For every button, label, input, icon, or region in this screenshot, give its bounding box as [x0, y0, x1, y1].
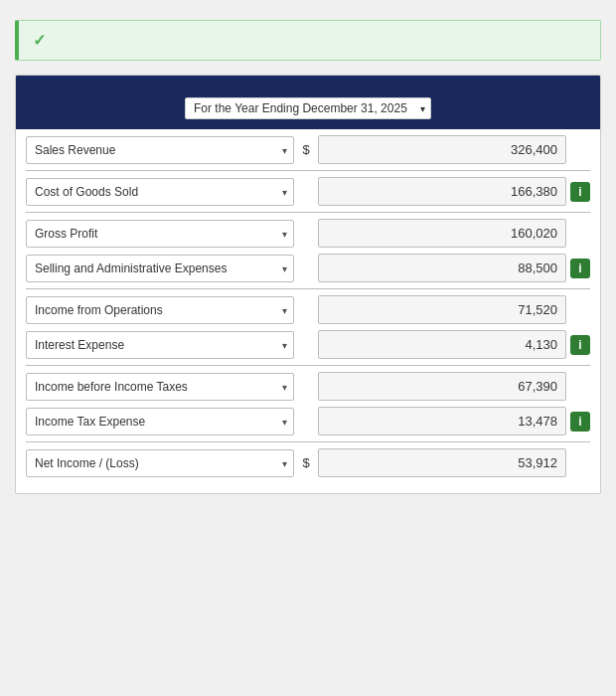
value-box-income-from-operations: 71,520 — [318, 295, 566, 324]
period-select[interactable]: For the Year Ending December 31, 2025 — [185, 97, 431, 119]
dollar-sign-net-income-loss: $ — [300, 455, 312, 470]
check-icon: ✓ — [33, 31, 46, 50]
value-box-income-before-income-taxes: 67,390 — [318, 372, 566, 401]
value-box-net-income-loss: 53,912 — [318, 448, 566, 477]
value-wrap-selling-admin-expenses: 88,500i — [318, 254, 590, 282]
label-select-income-before-income-taxes[interactable]: Income before Income Taxes — [26, 373, 294, 401]
income-row-income-before-income-taxes: Income before Income Taxes67,390 — [26, 372, 590, 401]
info-button-selling-admin-expenses[interactable]: i — [570, 259, 590, 278]
label-wrap-income-from-operations[interactable]: Income from Operations — [26, 296, 294, 324]
label-wrap-income-tax-expense[interactable]: Income Tax Expense — [26, 408, 294, 435]
label-wrap-cost-of-goods-sold[interactable]: Cost of Goods Sold — [26, 178, 294, 206]
divider-income-tax-expense — [26, 441, 590, 442]
value-box-sales-revenue: 326,400 — [318, 135, 566, 164]
income-row-interest-expense: Interest Expense4,130i — [26, 330, 590, 359]
period-row: For the Year Ending December 31, 2025 — [26, 97, 590, 119]
rows-area: Sales Revenue$326,400Cost of Goods Sold1… — [16, 129, 600, 493]
income-row-income-from-operations: Income from Operations71,520 — [26, 295, 590, 324]
divider-selling-admin-expenses — [26, 288, 590, 289]
statement-header: For the Year Ending December 31, 2025 — [16, 76, 600, 129]
value-box-gross-profit: 160,020 — [318, 219, 566, 248]
value-wrap-cost-of-goods-sold: 166,380i — [318, 177, 590, 206]
divider-cost-of-goods-sold — [26, 212, 590, 213]
value-wrap-net-income-loss: 53,912 — [318, 448, 590, 477]
value-box-selling-admin-expenses: 88,500 — [318, 254, 566, 282]
value-wrap-income-from-operations: 71,520 — [318, 295, 590, 324]
divider-sales-revenue — [26, 170, 590, 171]
label-select-interest-expense[interactable]: Interest Expense — [26, 331, 294, 359]
label-select-income-from-operations[interactable]: Income from Operations — [26, 296, 294, 324]
label-wrap-interest-expense[interactable]: Interest Expense — [26, 331, 294, 359]
label-wrap-sales-revenue[interactable]: Sales Revenue — [26, 136, 294, 164]
income-statement: For the Year Ending December 31, 2025 Sa… — [15, 75, 601, 494]
info-button-income-tax-expense[interactable]: i — [570, 412, 590, 432]
value-box-income-tax-expense: 13,478 — [318, 407, 566, 435]
label-wrap-net-income-loss[interactable]: Net Income / (Loss) — [26, 449, 294, 477]
label-select-net-income-loss[interactable]: Net Income / (Loss) — [26, 449, 294, 477]
value-box-interest-expense: 4,130 — [318, 330, 566, 359]
label-select-sales-revenue[interactable]: Sales Revenue — [26, 136, 294, 164]
info-button-cost-of-goods-sold[interactable]: i — [570, 182, 590, 202]
income-row-net-income-loss: Net Income / (Loss)$53,912 — [26, 448, 590, 477]
income-row-gross-profit: Gross Profit160,020 — [26, 219, 590, 248]
divider-interest-expense — [26, 365, 590, 366]
value-wrap-gross-profit: 160,020 — [318, 219, 590, 248]
label-wrap-selling-admin-expenses[interactable]: Selling and Administrative Expenses — [26, 255, 294, 282]
dollar-sign-sales-revenue: $ — [300, 142, 312, 157]
label-select-income-tax-expense[interactable]: Income Tax Expense — [26, 408, 294, 435]
period-wrapper[interactable]: For the Year Ending December 31, 2025 — [185, 97, 431, 119]
value-wrap-sales-revenue: 326,400 — [318, 135, 590, 164]
income-row-selling-admin-expenses: Selling and Administrative Expenses88,50… — [26, 254, 590, 282]
correct-banner: ✓ — [15, 20, 601, 61]
income-row-income-tax-expense: Income Tax Expense13,478i — [26, 407, 590, 435]
value-box-cost-of-goods-sold: 166,380 — [318, 177, 566, 206]
label-select-gross-profit[interactable]: Gross Profit — [26, 220, 294, 248]
label-select-selling-admin-expenses[interactable]: Selling and Administrative Expenses — [26, 255, 294, 282]
label-wrap-gross-profit[interactable]: Gross Profit — [26, 220, 294, 248]
label-select-cost-of-goods-sold[interactable]: Cost of Goods Sold — [26, 178, 294, 206]
income-row-sales-revenue: Sales Revenue$326,400 — [26, 135, 590, 164]
income-row-cost-of-goods-sold: Cost of Goods Sold166,380i — [26, 177, 590, 206]
value-wrap-interest-expense: 4,130i — [318, 330, 590, 359]
value-wrap-income-tax-expense: 13,478i — [318, 407, 590, 435]
value-wrap-income-before-income-taxes: 67,390 — [318, 372, 590, 401]
label-wrap-income-before-income-taxes[interactable]: Income before Income Taxes — [26, 373, 294, 401]
info-button-interest-expense[interactable]: i — [570, 335, 590, 355]
